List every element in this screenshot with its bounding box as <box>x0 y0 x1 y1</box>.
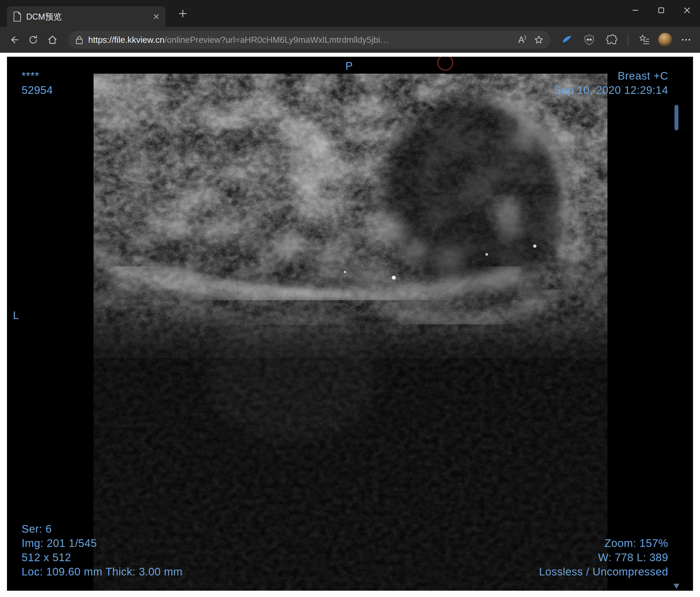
plus-icon <box>178 9 187 18</box>
minimize-button[interactable] <box>622 0 648 21</box>
address-bar-actions: A ) <box>518 35 544 45</box>
home-icon <box>47 34 58 45</box>
browser-window: DCM预览 <box>0 0 700 597</box>
navigation-bar: https://file.kkview.cn/onlinePreview?url… <box>0 27 700 53</box>
back-icon <box>9 34 19 45</box>
favorites-hub-icon <box>639 34 650 45</box>
orientation-marker-left: L <box>13 308 19 322</box>
url-path: /onlinePreview?url=aHR0cHM6Ly9maWxlLmtrd… <box>165 35 389 45</box>
url-text[interactable]: https://file.kkview.cn/onlinePreview?url… <box>88 35 509 45</box>
more-menu-icon <box>681 38 691 42</box>
compression-info: Lossless / Uncompressed <box>539 565 668 579</box>
annotation-circle <box>437 57 453 71</box>
scrollbar-down-arrow[interactable] <box>673 584 679 589</box>
minimize-icon <box>632 7 639 14</box>
lock-icon <box>76 35 83 45</box>
maximize-button[interactable] <box>648 0 674 21</box>
tab-close-icon[interactable] <box>153 13 159 20</box>
document-icon <box>13 11 22 22</box>
shield-extension-button[interactable] <box>580 31 598 48</box>
study-datetime: Sep 10, 2020 12:29:14 <box>554 83 668 97</box>
toolbar-right <box>558 31 695 48</box>
address-bar[interactable]: https://file.kkview.cn/onlinePreview?url… <box>68 31 551 49</box>
overlay-bottom-left: Ser: 6 Img: 201 1/545 512 x 512 Loc: 109… <box>22 522 182 579</box>
refresh-button[interactable] <box>25 31 42 48</box>
overlay-top-left: **** 52954 <box>22 69 53 97</box>
more-menu-button[interactable] <box>677 31 695 48</box>
puzzle-extensions-icon <box>606 34 617 46</box>
shield-icon <box>584 34 595 46</box>
extension-blue-button[interactable] <box>558 31 575 48</box>
favorite-star-icon <box>534 35 544 45</box>
url-domain: https://file.kkview.cn <box>88 35 165 45</box>
read-aloud-paren: ) <box>524 34 526 41</box>
image-number: Img: 201 1/545 <box>22 536 182 550</box>
toolbar-divider <box>628 34 628 46</box>
read-aloud-letter: A <box>518 35 524 45</box>
series-number: Ser: 6 <box>22 522 182 536</box>
favorites-hub-button[interactable] <box>635 31 653 48</box>
tab-strip: DCM预览 <box>0 0 700 27</box>
back-button[interactable] <box>5 31 23 48</box>
image-matrix: 512 x 512 <box>22 550 182 565</box>
favorite-star-button[interactable] <box>534 35 544 45</box>
mri-scan-image <box>94 74 607 591</box>
home-button[interactable] <box>44 31 61 48</box>
overlay-bottom-right: Zoom: 157% W: 778 L: 389 Lossless / Unco… <box>539 536 668 579</box>
refresh-icon <box>28 34 39 45</box>
zoom-level: Zoom: 157% <box>539 536 668 550</box>
orientation-marker-posterior: P <box>345 59 353 73</box>
window-controls <box>622 0 700 21</box>
extensions-button[interactable] <box>603 31 620 48</box>
slice-location: Loc: 109.60 mm Thick: 3.00 mm <box>22 565 182 579</box>
avatar[interactable] <box>658 33 672 47</box>
overlay-top-right: Breast +C Sep 10, 2020 12:29:14 <box>554 69 668 97</box>
extension-blue-icon <box>561 34 572 46</box>
tab-title: DCM预览 <box>26 11 148 22</box>
study-description: Breast +C <box>554 69 668 83</box>
patient-id-masked: **** <box>22 69 53 83</box>
read-aloud-button[interactable]: A ) <box>518 35 526 45</box>
tab-dcm-preview[interactable]: DCM预览 <box>7 6 166 27</box>
close-icon <box>683 7 691 14</box>
close-button[interactable] <box>674 0 700 21</box>
dicom-viewer[interactable]: **** 52954 Breast +C Sep 10, 2020 12:29:… <box>7 57 693 591</box>
page-background: **** 52954 Breast +C Sep 10, 2020 12:29:… <box>0 53 700 597</box>
window-level: W: 778 L: 389 <box>539 550 668 565</box>
maximize-icon <box>658 7 665 14</box>
new-tab-button[interactable] <box>174 5 192 22</box>
patient-number: 52954 <box>22 83 53 97</box>
scrollbar-thumb[interactable] <box>674 105 678 130</box>
